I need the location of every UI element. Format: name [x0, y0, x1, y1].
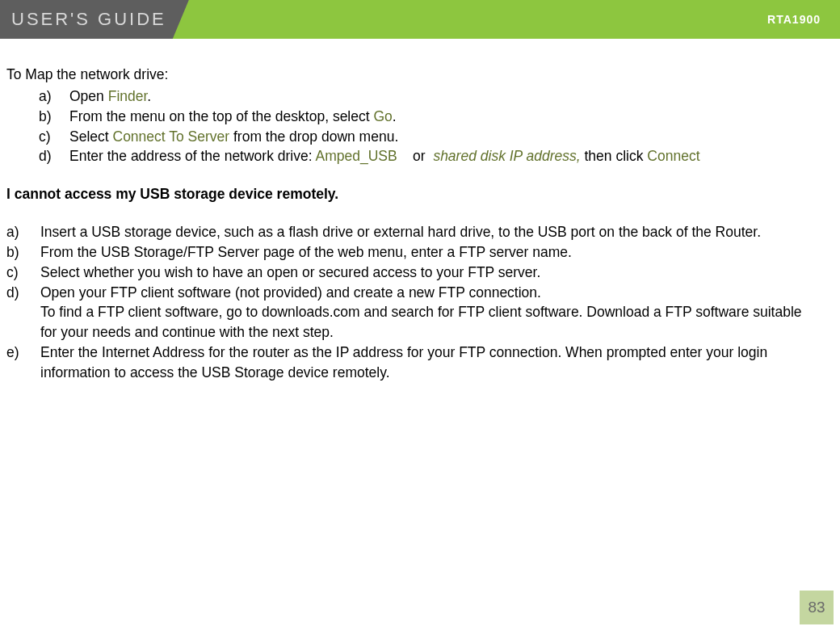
list-body: Enter the Internet Address for the route…: [40, 343, 834, 383]
amped-usb-label: Amped_USB: [315, 148, 397, 164]
header-bar: USER'S GUIDE RTA1900: [0, 0, 840, 39]
go-label: Go: [373, 108, 392, 124]
finder-label: Finder: [108, 88, 148, 104]
list-body: Insert a USB storage device, such as a f…: [40, 222, 834, 242]
list-body: Enter the address of the network drive: …: [69, 146, 700, 166]
list-marker: c): [39, 127, 69, 147]
list-body: From the menu on the top of the desktop,…: [69, 107, 397, 127]
section1-intro: To Map the network drive:: [6, 65, 834, 85]
faq-heading: I cannot access my USB storage device re…: [6, 184, 834, 204]
list-marker: d): [6, 283, 40, 343]
connect-label: Connect: [647, 148, 699, 164]
list-item: a) Insert a USB storage device, such as …: [6, 222, 834, 242]
list-marker: b): [39, 107, 69, 127]
list-body: Open your FTP client software (not provi…: [40, 283, 834, 343]
list-body: Select whether you wish to have an open …: [40, 263, 834, 283]
list-marker: a): [6, 222, 40, 242]
shared-ip-label: shared disk IP address,: [433, 148, 580, 164]
header-title-container: USER'S GUIDE: [0, 0, 189, 39]
list-item: b) From the menu on the top of the deskt…: [39, 107, 834, 127]
page-number: 83: [800, 591, 834, 624]
page-content: To Map the network drive: a) Open Finder…: [0, 39, 840, 383]
list-body: Open Finder.: [69, 86, 151, 107]
list-marker: e): [6, 343, 40, 383]
faq-steps: a) Insert a USB storage device, such as …: [6, 222, 834, 383]
list-marker: b): [6, 242, 40, 263]
connect-to-server-label: Connect To Server: [113, 128, 230, 145]
list-body: Select Connect To Server from the drop d…: [69, 127, 398, 147]
list-item: d) Open your FTP client software (not pr…: [6, 283, 834, 343]
list-marker: d): [39, 146, 69, 166]
list-marker: a): [39, 86, 69, 107]
list-item: c) Select whether you wish to have an op…: [6, 263, 834, 283]
header-model: RTA1900: [767, 13, 821, 26]
list-marker: c): [6, 263, 40, 283]
header-title: USER'S GUIDE: [11, 9, 166, 30]
list-item: c) Select Connect To Server from the dro…: [39, 127, 834, 147]
list-body: From the USB Storage/FTP Server page of …: [40, 242, 834, 263]
list-item: a) Open Finder.: [39, 86, 834, 107]
list-item: e) Enter the Internet Address for the ro…: [6, 343, 834, 383]
list-item: d) Enter the address of the network driv…: [39, 146, 834, 166]
map-drive-steps: a) Open Finder. b) From the menu on the …: [6, 86, 834, 166]
list-item: b) From the USB Storage/FTP Server page …: [6, 242, 834, 263]
